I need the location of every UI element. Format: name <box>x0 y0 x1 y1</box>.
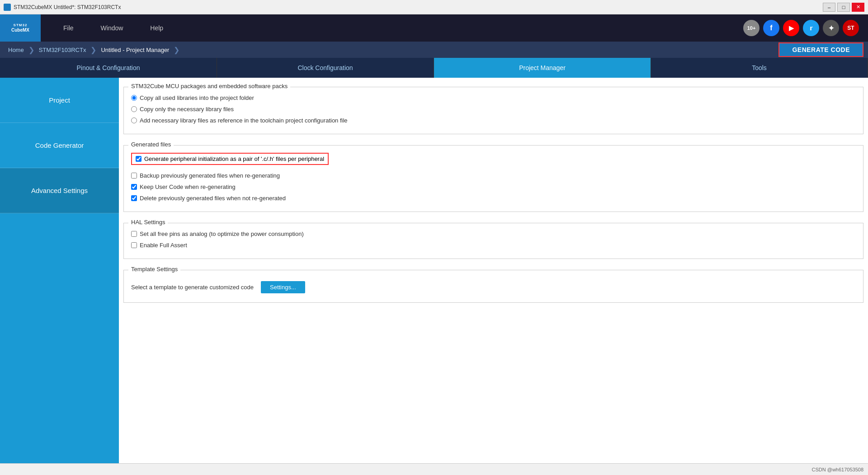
generated-files-content: Generate peripheral initialization as a … <box>124 146 863 212</box>
checkbox-backup-label[interactable]: Backup previously generated files when r… <box>140 172 280 179</box>
network-icon[interactable]: ✦ <box>823 20 839 36</box>
breadcrumb-arrow-2: ❯ <box>90 46 96 54</box>
template-settings-legend: Template Settings <box>128 266 180 273</box>
title-bar: STM32CubeMX Untitled*: STM32F103RCTx – □… <box>0 0 868 14</box>
youtube-icon[interactable]: ▶ <box>783 20 799 36</box>
maximize-button[interactable]: □ <box>837 3 850 12</box>
checkbox-full-assert-label[interactable]: Enable Full Assert <box>140 242 187 249</box>
checkbox-keep-user-code-input[interactable] <box>131 184 137 190</box>
breadcrumb-arrow-3: ❯ <box>174 46 179 54</box>
radio-add-reference: Add necessary library files as reference… <box>131 117 856 124</box>
highlighted-checkbox-container: Generate peripheral initialization as a … <box>131 153 329 165</box>
checkbox-delete-previous-input[interactable] <box>131 195 137 201</box>
logo-text: STM32 CubeMX <box>11 23 29 33</box>
checkbox-free-pins: Set all free pins as analog (to optimize… <box>131 230 856 237</box>
sidebar: Project Code Generator Advanced Settings <box>0 78 119 463</box>
hal-settings-content: Set all free pins as analog (to optimize… <box>124 223 863 259</box>
10plus-icon[interactable]: 10+ <box>743 20 760 36</box>
template-label: Select a template to generate customized… <box>131 284 254 291</box>
tab-tools[interactable]: Tools <box>651 58 868 78</box>
checkbox-free-pins-input[interactable] <box>131 231 137 237</box>
checkbox-full-assert: Enable Full Assert <box>131 242 856 249</box>
checkbox-keep-user-code-label[interactable]: Keep User Code when re-generating <box>140 183 236 190</box>
hal-settings-section: HAL Settings Set all free pins as analog… <box>123 223 863 259</box>
checkbox-backup-input[interactable] <box>131 173 137 179</box>
mcu-packages-legend: STM32Cube MCU packages and embedded soft… <box>128 83 290 89</box>
checkbox-backup: Backup previously generated files when r… <box>131 172 856 179</box>
checkbox-delete-previous-label[interactable]: Delete previously generated files when n… <box>140 195 286 202</box>
radio-copy-all-label[interactable]: Copy all used libraries into the project… <box>140 94 254 101</box>
highlighted-checkbox-row: Generate peripheral initialization as a … <box>131 153 856 169</box>
tab-clock[interactable]: Clock Configuration <box>217 58 434 78</box>
radio-copy-necessary-input[interactable] <box>131 106 137 112</box>
radio-copy-necessary-label[interactable]: Copy only the necessary library files <box>140 106 234 113</box>
logo: STM32 CubeMX <box>0 14 41 42</box>
twitter-icon[interactable]: 𝕣 <box>803 20 819 36</box>
breadcrumb-device[interactable]: STM32F103RCTx <box>35 47 90 53</box>
content-panel: STM32Cube MCU packages and embedded soft… <box>119 78 868 463</box>
checkbox-peripheral-init-label[interactable]: Generate peripheral initialization as a … <box>144 155 324 162</box>
breadcrumb-arrow-1: ❯ <box>28 46 34 54</box>
tab-pinout[interactable]: Pinout & Configuration <box>0 58 217 78</box>
hal-settings-legend: HAL Settings <box>128 219 168 226</box>
tab-bar: Pinout & Configuration Clock Configurati… <box>0 58 868 78</box>
radio-copy-necessary: Copy only the necessary library files <box>131 106 856 113</box>
breadcrumb-bar: Home ❯ STM32F103RCTx ❯ Untitled - Projec… <box>0 42 868 58</box>
checkbox-delete-previous: Delete previously generated files when n… <box>131 195 856 202</box>
generated-files-section: Generated files Generate peripheral init… <box>123 145 863 212</box>
app-icon <box>4 4 11 11</box>
facebook-icon[interactable]: f <box>763 20 779 36</box>
file-menu[interactable]: File <box>50 14 87 42</box>
sidebar-item-project[interactable]: Project <box>0 78 119 123</box>
template-row: Select a template to generate customized… <box>131 277 856 297</box>
breadcrumb-project[interactable]: Untitled - Project Manager <box>97 47 173 53</box>
template-settings-section: Template Settings Select a template to g… <box>123 270 863 303</box>
sidebar-item-advanced-settings[interactable]: Advanced Settings <box>0 168 119 213</box>
generated-files-legend: Generated files <box>128 141 174 148</box>
social-icons: 10+ f ▶ 𝕣 ✦ ST <box>743 20 868 36</box>
tab-project-manager[interactable]: Project Manager <box>434 58 651 78</box>
checkbox-free-pins-label[interactable]: Set all free pins as analog (to optimize… <box>140 230 304 237</box>
radio-copy-all-input[interactable] <box>131 95 137 101</box>
radio-add-reference-input[interactable] <box>131 118 137 123</box>
breadcrumb-home[interactable]: Home <box>5 47 28 53</box>
checkbox-peripheral-init[interactable] <box>136 156 142 162</box>
settings-button[interactable]: Settings... <box>261 281 305 293</box>
main-content: Project Code Generator Advanced Settings… <box>0 78 868 463</box>
generate-code-button[interactable]: GENERATE CODE <box>778 42 863 57</box>
status-bar: CSDN @wh617053508 <box>0 463 868 475</box>
close-button[interactable]: ✕ <box>852 3 864 12</box>
minimize-button[interactable]: – <box>823 3 835 12</box>
help-menu[interactable]: Help <box>137 14 177 42</box>
checkbox-full-assert-input[interactable] <box>131 242 137 248</box>
radio-add-reference-label[interactable]: Add necessary library files as reference… <box>140 117 348 124</box>
status-text: CSDN @wh617053508 <box>811 467 863 472</box>
sidebar-item-code-generator[interactable]: Code Generator <box>0 123 119 168</box>
mcu-packages-section: STM32Cube MCU packages and embedded soft… <box>123 87 863 134</box>
window-controls: – □ ✕ <box>823 3 864 12</box>
window-menu[interactable]: Window <box>87 14 137 42</box>
nav-menus: File Window Help <box>41 14 743 42</box>
template-settings-content: Select a template to generate customized… <box>124 270 863 302</box>
top-nav: STM32 CubeMX File Window Help 10+ f ▶ 𝕣 … <box>0 14 868 42</box>
st-icon[interactable]: ST <box>843 20 859 36</box>
radio-copy-all: Copy all used libraries into the project… <box>131 94 856 101</box>
title-text: STM32CubeMX Untitled*: STM32F103RCTx <box>14 4 823 10</box>
checkbox-keep-user-code: Keep User Code when re-generating <box>131 183 856 190</box>
mcu-packages-content: Copy all used libraries into the project… <box>124 87 863 134</box>
